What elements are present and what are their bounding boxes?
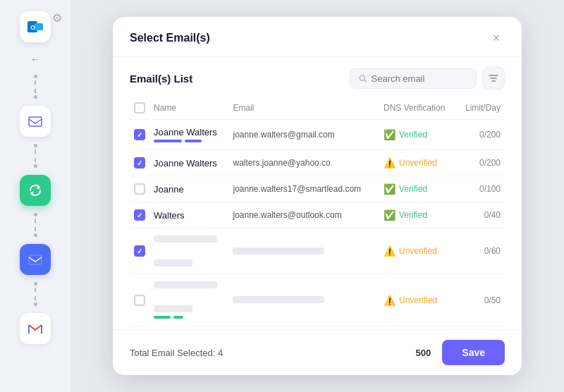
status-label: Unverified [399,295,437,305]
limit-cell-3: 0/40 [457,202,505,228]
row-checkbox-0[interactable] [134,129,145,140]
unverified-icon: ⚠️ [384,295,396,306]
connector-2 [34,144,37,168]
row-checkbox-4[interactable] [134,245,145,257]
limit-cell-1: 0/200 [457,150,505,176]
limit-cell-0: 0/200 [457,120,505,150]
modal-toolbar: Email(s) List [113,57,522,97]
col-name: Name [149,97,228,120]
verified-icon: ✅ [384,209,396,221]
back-button[interactable]: ← [0,51,70,68]
status-label: Unverified [399,158,437,168]
svg-rect-4 [29,255,42,264]
table-row: ⚠️Unverified0/60 [130,228,505,274]
status-label: Unverified [399,246,437,256]
table-row: Waltersjoanne.walters@outlook.com✅Verifi… [130,202,505,228]
verified-icon: ✅ [384,129,396,140]
limit-cell-4: 0/60 [457,228,505,274]
status-cell-0: ✅Verified [379,120,457,150]
limit-cell-2: 0/100 [457,176,505,202]
unverified-icon: ⚠️ [384,245,396,257]
outlook-icon[interactable]: O [20,11,51,42]
status-label: Verified [399,130,427,140]
save-button[interactable]: Save [442,340,505,365]
modal-footer: Total Email Selected: 4 500 Save [113,329,522,375]
connector-3 [34,213,37,237]
search-bar[interactable] [350,68,477,89]
table-row: ⚠️Unverified0/50 [130,274,505,326]
connector-4 [34,282,37,306]
email-cell-4 [228,228,379,274]
email-icon[interactable] [20,106,51,137]
select-all-checkbox[interactable] [134,102,145,114]
email-cell-2: joanne.walters17@smartlead.com [228,176,379,202]
name-cell-1: Joanne Walters [149,150,228,176]
name-cell-5 [149,274,228,326]
gmail-icon[interactable] [20,313,51,344]
email-table: Name Email DNS Verification Limit/Day Jo… [130,97,505,326]
verified-icon: ✅ [384,183,396,195]
status-cell-5: ⚠️Unverified [379,274,457,326]
col-limit: Limit/Day [457,97,505,120]
connector-1 [34,75,37,99]
total-count: 500 [416,348,431,358]
table-row: Joannejoanne.walters17@smartlead.com✅Ver… [130,176,505,202]
settings-icon[interactable]: ⚙ [52,11,62,25]
status-cell-4: ⚠️Unverified [379,228,457,274]
unverified-icon: ⚠️ [384,157,396,169]
filter-button[interactable] [482,67,505,90]
svg-rect-3 [29,117,42,126]
svg-rect-1 [35,23,43,30]
search-icon [359,74,367,83]
search-input[interactable] [372,73,467,84]
row-checkbox-5[interactable] [134,295,145,306]
total-email-selected: Total Email Selected: 4 [130,348,223,358]
modal-header: Select Email(s) × [113,17,522,57]
email-table-container: Name Email DNS Verification Limit/Day Jo… [113,97,522,326]
name-cell-4 [149,228,228,274]
sidebar: ⚙ O ← [0,0,70,392]
modal-title: Select Email(s) [130,32,210,44]
name-cell-2: Joanne [149,176,228,202]
name-cell-3: Walters [149,202,228,228]
row-checkbox-1[interactable] [134,157,145,169]
email-cell-3: joanne.walters@outlook.com [228,202,379,228]
col-dns: DNS Verification [379,97,457,120]
email-select-modal: Select Email(s) × Email(s) List [113,17,522,375]
limit-cell-5: 0/50 [457,274,505,326]
table-row: Joanne Waltersjoanne.walters@gmail.com✅V… [130,120,505,150]
status-cell-2: ✅Verified [379,176,457,202]
mail-icon[interactable] [20,244,51,275]
email-cell-0: joanne.walters@gmail.com [228,120,379,150]
status-cell-3: ✅Verified [379,202,457,228]
status-label: Verified [399,210,427,220]
col-email: Email [228,97,379,120]
name-cell-0: Joanne Walters [149,120,228,150]
main-area: Select Email(s) × Email(s) List [70,0,564,392]
status-cell-1: ⚠️Unverified [379,150,457,176]
toolbar-right [350,67,505,90]
table-row: Joanne Walterswalters.joanne@yahoo.co⚠️U… [130,150,505,176]
email-cell-5 [228,274,379,326]
row-checkbox-3[interactable] [134,209,145,221]
close-button[interactable]: × [488,30,505,47]
table-header-row: Name Email DNS Verification Limit/Day [130,97,505,120]
sync-icon[interactable] [20,175,51,206]
row-checkbox-2[interactable] [134,183,145,195]
svg-text:O: O [30,24,35,31]
col-checkbox [130,97,149,120]
status-label: Verified [399,184,427,194]
list-label: Email(s) List [130,73,192,85]
email-cell-1: walters.joanne@yahoo.co [228,150,379,176]
